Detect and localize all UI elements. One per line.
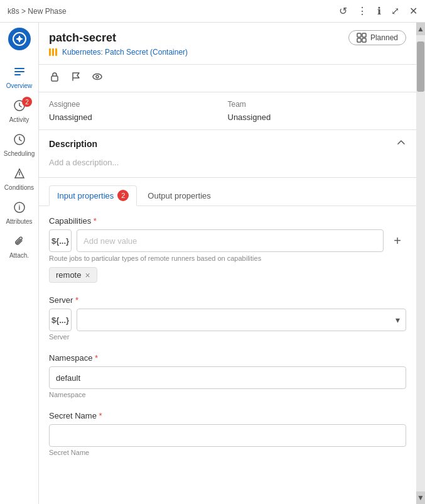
description-collapse-icon[interactable] bbox=[396, 138, 406, 150]
tab-input-badge: 2 bbox=[117, 190, 129, 201]
sidebar: Overview 2 Activity Scheduling bbox=[0, 23, 39, 504]
page-header: patch-secret Planned bbox=[39, 23, 416, 65]
capabilities-input[interactable] bbox=[77, 229, 384, 252]
refresh-icon[interactable]: ↺ bbox=[339, 5, 347, 17]
breadcrumb: k8s > New Phase bbox=[8, 7, 67, 16]
tag-value: remote bbox=[56, 270, 81, 280]
namespace-label: Namespace * bbox=[49, 353, 406, 363]
tab-input-label: Input properties bbox=[57, 191, 114, 200]
svg-rect-11 bbox=[357, 33, 361, 37]
server-label: Server * bbox=[49, 295, 406, 305]
svg-rect-8 bbox=[19, 172, 20, 174]
overview-icon bbox=[13, 65, 26, 81]
sidebar-item-conditions[interactable]: Conditions bbox=[0, 162, 38, 196]
svg-text:i: i bbox=[18, 204, 20, 211]
capabilities-input-row: ${...} + bbox=[49, 229, 406, 252]
svg-rect-15 bbox=[51, 76, 58, 81]
flag-icon[interactable] bbox=[70, 71, 82, 85]
properties-tabs: Input properties 2 Output properties bbox=[39, 178, 416, 206]
svg-rect-14 bbox=[362, 38, 366, 42]
server-select[interactable] bbox=[77, 309, 406, 331]
server-field: Server * ${...} ▾ Server bbox=[49, 295, 406, 341]
server-input-row: ${...} ▾ bbox=[49, 309, 406, 331]
secret-name-input[interactable] bbox=[49, 424, 406, 447]
lock-icon[interactable] bbox=[49, 71, 60, 85]
eye-icon[interactable] bbox=[92, 71, 103, 85]
namespace-input[interactable] bbox=[49, 366, 406, 389]
status-badge[interactable]: Planned bbox=[348, 30, 406, 45]
page-title-row: patch-secret Planned bbox=[49, 30, 406, 45]
secret-name-hint: Secret Name bbox=[49, 449, 406, 456]
sidebar-item-attributes[interactable]: i Attributes bbox=[0, 196, 38, 230]
capabilities-field: Capabilities * ${...} + Route jobs to pa… bbox=[49, 216, 406, 283]
capabilities-add-button[interactable]: + bbox=[389, 232, 406, 249]
capabilities-tag-remote: remote × bbox=[49, 267, 97, 283]
server-hint: Server bbox=[49, 333, 406, 341]
content-area: patch-secret Planned bbox=[39, 23, 416, 504]
capabilities-label: Capabilities * bbox=[49, 216, 406, 226]
title-bar: k8s > New Phase ↺ ⋮ ℹ ⤢ ✕ bbox=[0, 0, 425, 23]
scroll-up-arrow[interactable]: ▲ bbox=[416, 23, 425, 35]
assignee-label: Assignee bbox=[49, 100, 228, 109]
secret-name-field: Secret Name * Secret Name bbox=[49, 411, 406, 456]
svg-rect-12 bbox=[362, 33, 366, 37]
svg-point-16 bbox=[93, 74, 102, 80]
page-subtitle: Kubernetes: Patch Secret (Container) bbox=[49, 48, 406, 57]
scroll-down-arrow[interactable]: ▼ bbox=[416, 491, 425, 504]
svg-point-1 bbox=[18, 37, 21, 41]
tab-output-label: Output properties bbox=[148, 191, 210, 200]
page-title: patch-secret bbox=[49, 31, 116, 45]
sidebar-item-activity-label: Activity bbox=[9, 116, 30, 123]
sidebar-item-conditions-label: Conditions bbox=[4, 184, 34, 191]
tag-remove-button[interactable]: × bbox=[85, 271, 90, 280]
svg-rect-4 bbox=[14, 74, 21, 75]
tab-input-properties[interactable]: Input properties 2 bbox=[49, 185, 137, 206]
attach-icon bbox=[13, 235, 26, 251]
svg-rect-2 bbox=[14, 68, 24, 69]
info-icon[interactable]: ℹ bbox=[377, 5, 381, 17]
properties-form: Capabilities * ${...} + Route jobs to pa… bbox=[39, 206, 416, 479]
assignee-value[interactable]: Unassigned bbox=[49, 112, 228, 122]
capabilities-var-button[interactable]: ${...} bbox=[49, 229, 72, 252]
sidebar-item-overview-label: Overview bbox=[6, 82, 33, 89]
svg-rect-3 bbox=[14, 71, 24, 72]
close-icon[interactable]: ✕ bbox=[409, 5, 417, 17]
sidebar-item-scheduling-label: Scheduling bbox=[4, 150, 35, 157]
team-label: Team bbox=[228, 100, 407, 109]
svg-rect-13 bbox=[357, 38, 361, 42]
namespace-hint: Namespace bbox=[49, 391, 406, 398]
team-value[interactable]: Unassigned bbox=[228, 112, 407, 122]
description-header: Description bbox=[49, 138, 406, 150]
assignee-team-row: Assignee Unassigned Team Unassigned bbox=[39, 92, 416, 130]
outer-scrollbar: ▲ ▼ bbox=[416, 23, 425, 504]
more-icon[interactable]: ⋮ bbox=[357, 5, 367, 17]
description-section: Description Add a description... bbox=[39, 130, 416, 178]
capabilities-tag-list: remote × bbox=[49, 267, 406, 283]
sidebar-item-attach-label: Attach. bbox=[9, 252, 29, 259]
scroll-thumb[interactable] bbox=[417, 41, 424, 92]
description-title: Description bbox=[49, 139, 97, 149]
svg-point-7 bbox=[19, 174, 20, 175]
tab-output-properties[interactable]: Output properties bbox=[139, 187, 218, 204]
sidebar-item-scheduling[interactable]: Scheduling bbox=[0, 128, 38, 162]
sidebar-item-activity[interactable]: 2 Activity bbox=[0, 94, 38, 128]
sidebar-item-attach[interactable]: Attach. bbox=[0, 230, 38, 264]
server-var-button[interactable]: ${...} bbox=[49, 309, 72, 331]
activity-badge: 2 bbox=[22, 97, 32, 107]
status-label: Planned bbox=[370, 33, 398, 42]
title-bar-actions: ↺ ⋮ ℹ ⤢ ✕ bbox=[339, 5, 417, 17]
server-select-wrapper: ▾ bbox=[77, 309, 406, 331]
app-layout: Overview 2 Activity Scheduling bbox=[0, 23, 425, 504]
sidebar-item-overview[interactable]: Overview bbox=[0, 60, 38, 94]
app-logo bbox=[8, 28, 31, 50]
assignee-field: Assignee Unassigned bbox=[49, 100, 228, 122]
expand-icon[interactable]: ⤢ bbox=[391, 5, 399, 17]
secret-name-label: Secret Name * bbox=[49, 411, 406, 420]
description-placeholder[interactable]: Add a description... bbox=[49, 155, 406, 170]
conditions-icon bbox=[13, 167, 26, 183]
action-icons-bar bbox=[39, 65, 416, 92]
attributes-icon: i bbox=[13, 201, 26, 217]
status-badge-icon bbox=[357, 33, 367, 43]
sidebar-item-attributes-label: Attributes bbox=[6, 218, 32, 225]
scheduling-icon bbox=[13, 133, 26, 149]
